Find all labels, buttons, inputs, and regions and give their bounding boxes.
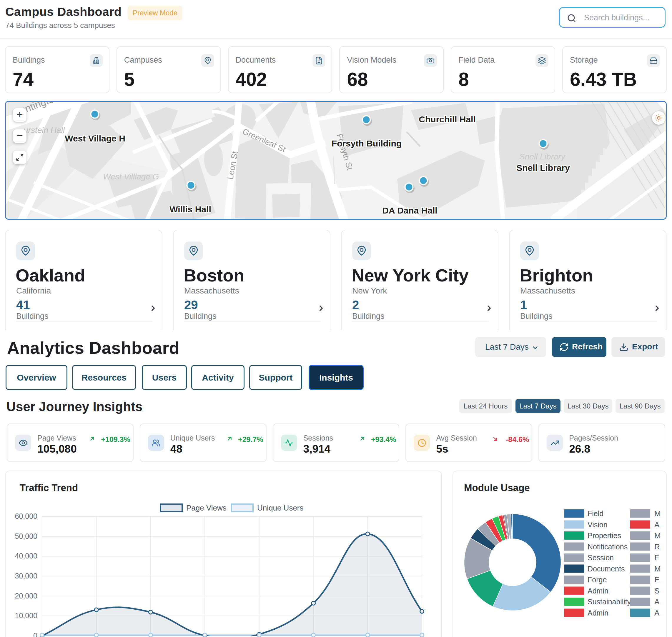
svg-text:Admin: Admin — [587, 609, 608, 617]
svg-text:Documents: Documents — [587, 565, 625, 573]
svg-text:M: M — [654, 509, 661, 518]
svg-text:F: F — [654, 553, 659, 562]
svg-text:Admin: Admin — [587, 587, 608, 595]
svg-text:10,000: 10,000 — [15, 612, 37, 620]
svg-text:Unique Users: Unique Users — [257, 504, 304, 512]
svg-text:20,000: 20,000 — [15, 592, 37, 600]
svg-text:Forge: Forge — [587, 576, 607, 584]
svg-text:Vision: Vision — [587, 521, 607, 529]
svg-text:50,000: 50,000 — [15, 532, 37, 540]
svg-text:R: R — [654, 542, 660, 551]
svg-text:Session: Session — [587, 553, 614, 562]
svg-text:60,000: 60,000 — [15, 512, 37, 520]
svg-text:Field: Field — [587, 509, 603, 517]
svg-text:Snell Library: Snell Library — [516, 163, 570, 172]
svg-text:A: A — [654, 520, 660, 529]
svg-text:urstein Hall: urstein Hall — [23, 126, 65, 135]
svg-text:DA Dana Hall: DA Dana Hall — [382, 205, 437, 215]
svg-text:30,000: 30,000 — [15, 572, 37, 580]
svg-text:Sustainability: Sustainability — [587, 598, 631, 606]
svg-text:Snell Library: Snell Library — [519, 152, 566, 161]
svg-text:A: A — [654, 608, 660, 617]
svg-text:M: M — [654, 531, 661, 540]
svg-text:40,000: 40,000 — [15, 552, 37, 560]
svg-text:S: S — [654, 586, 659, 595]
svg-text:Notifications: Notifications — [587, 543, 627, 551]
svg-text:Willis Hall: Willis Hall — [170, 204, 211, 214]
svg-text:West Village H: West Village H — [65, 133, 125, 143]
svg-text:Page Views: Page Views — [186, 504, 227, 512]
svg-text:M: M — [654, 564, 661, 573]
svg-text:West Villlage G: West Villlage G — [103, 172, 159, 181]
svg-text:E: E — [654, 575, 659, 584]
svg-text:0: 0 — [33, 632, 37, 637]
svg-text:Properties: Properties — [587, 531, 621, 540]
svg-text:Churchill Hall: Churchill Hall — [419, 114, 475, 124]
svg-text:Forsyth Building: Forsyth Building — [332, 139, 402, 148]
svg-text:A: A — [654, 597, 660, 606]
